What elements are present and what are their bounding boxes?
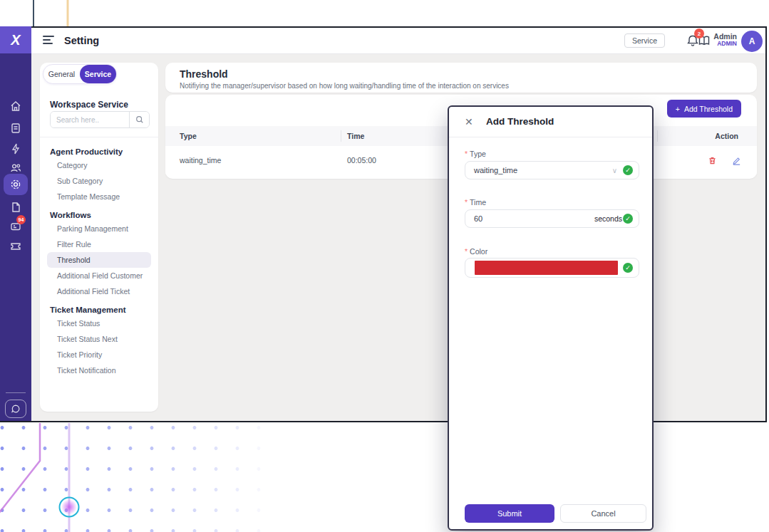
chat-badge: 94: [16, 215, 26, 224]
search-icon[interactable]: [129, 112, 149, 127]
bolt-icon[interactable]: [9, 142, 22, 155]
valid-check-icon: ✓: [623, 165, 633, 175]
ticket-icon[interactable]: [9, 240, 22, 253]
settings-menu: Agent Productivity Category Sub Category…: [47, 141, 151, 378]
menu-icon[interactable]: [43, 36, 54, 46]
user-role: ADMIN: [701, 41, 737, 48]
gear-icon[interactable]: [9, 178, 22, 191]
time-input[interactable]: [474, 214, 517, 223]
menu-item-additional-field-customer[interactable]: Additional Field Customer: [47, 268, 151, 283]
menu-item-sub-category[interactable]: Sub Category: [47, 173, 151, 189]
column-time: Time: [347, 132, 364, 140]
valid-check-icon: ✓: [623, 263, 633, 273]
menu-item-additional-field-ticket[interactable]: Additional Field Ticket: [47, 283, 151, 299]
menu-item-template-message[interactable]: Template Message: [47, 189, 151, 204]
icon-rail: X 94: [0, 26, 31, 421]
cell-type: waiting_time: [180, 156, 221, 165]
column-separator: [657, 130, 658, 142]
menu-item-ticket-status[interactable]: Ticket Status: [47, 315, 151, 331]
time-unit: seconds: [594, 214, 622, 223]
file-icon[interactable]: [9, 201, 22, 214]
avatar[interactable]: A: [741, 31, 763, 52]
nav-heading: Workspace Service: [50, 100, 128, 110]
threshold-header-card: Threshold Notifiying the manager/supervi…: [165, 63, 757, 93]
rail-divider: [6, 392, 26, 393]
screen: X 94: [0, 0, 769, 532]
column-type: Type: [180, 132, 197, 140]
users-icon[interactable]: [9, 162, 22, 174]
menu-item-ticket-notification[interactable]: Ticket Notification: [47, 363, 151, 378]
section-title: Workflows: [47, 211, 151, 219]
settings-nav-panel: General Service Workspace Service Agent …: [40, 63, 158, 412]
type-select[interactable]: waiting_time ∨ ✓: [465, 161, 639, 179]
user-block: Admin ADMIN: [701, 32, 737, 48]
add-threshold-button[interactable]: + Add Threshold: [667, 100, 741, 118]
tab-toggle: General Service: [43, 64, 117, 84]
cancel-button[interactable]: Cancel: [560, 504, 646, 523]
tab-service[interactable]: Service: [80, 65, 116, 83]
submit-button[interactable]: Submit: [465, 504, 554, 523]
app-logo[interactable]: X: [0, 26, 31, 53]
required-marker: *: [465, 198, 468, 207]
section-title: Ticket Management: [47, 306, 151, 314]
section-title: Agent Productivity: [47, 147, 151, 156]
add-threshold-modal: ✕ Add Threshold *Type waiting_time ∨ ✓ *…: [448, 105, 654, 531]
page-title: Setting: [64, 35, 99, 46]
search-input[interactable]: [51, 112, 129, 127]
menu-item-ticket-status-next[interactable]: Ticket Status Next: [47, 331, 151, 347]
color-picker[interactable]: ✓: [465, 258, 639, 278]
search-box: [50, 111, 150, 128]
section-description: Notifiying the manager/supervisor based …: [180, 82, 743, 90]
color-label: *Color: [465, 247, 487, 256]
divider: [40, 137, 158, 137]
required-marker: *: [465, 150, 468, 158]
menu-item-filter-rule[interactable]: Filter Rule: [47, 236, 151, 252]
header-bar: Setting Service 2 Admin ADMIN A: [31, 28, 765, 54]
required-marker: *: [465, 247, 468, 256]
chevron-down-icon: ∨: [612, 167, 617, 174]
tab-general[interactable]: General: [43, 65, 80, 83]
delete-icon[interactable]: [708, 155, 717, 165]
menu-item-parking-management[interactable]: Parking Management: [47, 221, 151, 236]
column-action: Action: [715, 132, 738, 140]
modal-title: Add Threshold: [486, 116, 554, 127]
home-icon[interactable]: [9, 100, 22, 113]
time-field: seconds ✓: [465, 209, 639, 228]
plus-icon: +: [676, 105, 680, 113]
menu-item-threshold[interactable]: Threshold: [47, 252, 151, 268]
divider: [449, 137, 652, 137]
time-label: *Time: [465, 198, 486, 207]
menu-item-ticket-priority[interactable]: Ticket Priority: [47, 347, 151, 363]
message-dots-icon[interactable]: [5, 400, 26, 418]
edit-icon[interactable]: [732, 155, 741, 165]
window-border: [765, 26, 767, 422]
column-separator: [341, 130, 341, 142]
document-icon[interactable]: [9, 122, 22, 135]
type-value: waiting_time: [474, 166, 517, 174]
close-icon[interactable]: ✕: [465, 116, 473, 127]
service-chip[interactable]: Service: [624, 33, 665, 48]
color-swatch[interactable]: [475, 261, 618, 275]
section-heading: Threshold: [180, 68, 743, 80]
type-label: *Type: [465, 150, 486, 158]
valid-check-icon: ✓: [623, 214, 633, 224]
menu-item-category[interactable]: Category: [47, 157, 151, 173]
cell-time: 00:05:00: [347, 156, 376, 165]
